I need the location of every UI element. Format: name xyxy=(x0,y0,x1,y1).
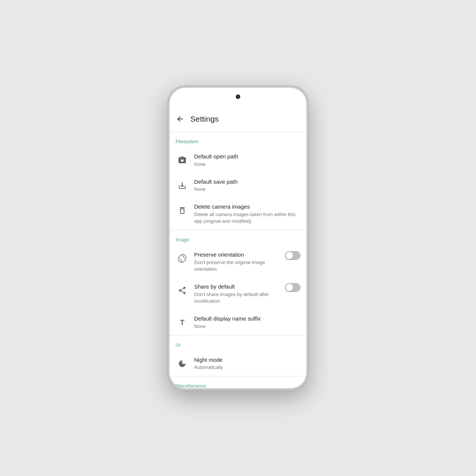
setting-open-path-title: Default open path xyxy=(194,153,300,160)
preserve-orientation-toggle-container xyxy=(285,251,300,260)
back-arrow-icon xyxy=(176,115,184,123)
section-image: Image xyxy=(170,230,306,246)
delete-camera-icon xyxy=(176,204,189,217)
section-filesystem: Filesystem xyxy=(170,132,306,148)
setting-open-path-subtitle: None xyxy=(194,161,300,168)
moon-icon xyxy=(176,357,189,370)
camera-cutout xyxy=(236,94,240,99)
setting-share-default-subtitle: Don't share images by default after modi… xyxy=(194,291,282,305)
text-icon: T xyxy=(176,316,189,329)
setting-share-default-title: Share by default xyxy=(194,283,282,290)
setting-delete-camera-subtitle: Delete all camera images taken from with… xyxy=(194,211,300,225)
section-miscellaneous: Miscellaneous xyxy=(170,376,306,388)
share-icon xyxy=(176,284,189,297)
setting-save-path-subtitle: None xyxy=(194,186,300,193)
setting-preserve-orientation-subtitle: Don't preserve the original image orient… xyxy=(194,259,282,273)
toggle-knob xyxy=(286,252,293,259)
section-image-label: Image xyxy=(176,237,189,242)
preserve-orientation-toggle[interactable] xyxy=(285,251,300,260)
setting-display-name-suffix-content: Default display name suffix None xyxy=(194,315,300,330)
setting-default-open-path[interactable]: Default open path None xyxy=(170,148,306,173)
section-filesystem-label: Filesystem xyxy=(176,139,199,144)
setting-delete-camera-images[interactable]: Delete camera images Delete all camera i… xyxy=(170,198,306,230)
setting-display-name-suffix[interactable]: T Default display name suffix None xyxy=(170,310,306,335)
setting-night-mode-subtitle: Automatically xyxy=(194,364,300,371)
setting-delete-camera-content: Delete camera images Delete all camera i… xyxy=(194,203,300,225)
rotate-icon xyxy=(176,252,189,265)
share-default-toggle-container xyxy=(285,283,300,292)
share-default-toggle[interactable] xyxy=(285,283,300,292)
image-folder-icon xyxy=(176,154,189,167)
settings-screen: Settings Filesystem Default open path No… xyxy=(170,106,306,388)
setting-delete-camera-title: Delete camera images xyxy=(194,203,300,210)
setting-night-mode-title: Night mode xyxy=(194,356,300,364)
setting-preserve-orientation-title: Preserve orientation xyxy=(194,251,282,258)
section-ui-label: UI xyxy=(176,342,180,348)
setting-save-path-content: Default save path None xyxy=(194,178,300,193)
setting-default-save-path[interactable]: Default save path None xyxy=(170,173,306,198)
setting-night-mode[interactable]: Night mode Automatically xyxy=(170,351,306,376)
phone-device: Settings Filesystem Default open path No… xyxy=(167,86,309,390)
setting-share-default-content: Share by default Don't share images by d… xyxy=(194,283,282,305)
setting-preserve-orientation[interactable]: Preserve orientation Don't preserve the … xyxy=(170,246,306,278)
phone-screen: Settings Filesystem Default open path No… xyxy=(170,88,306,388)
setting-preserve-orientation-content: Preserve orientation Don't preserve the … xyxy=(194,251,282,273)
setting-night-mode-content: Night mode Automatically xyxy=(194,356,300,371)
section-ui: UI xyxy=(170,335,306,351)
setting-display-name-suffix-title: Default display name suffix xyxy=(194,315,300,322)
setting-save-path-title: Default save path xyxy=(194,178,300,186)
settings-header: Settings xyxy=(170,106,306,132)
setting-open-path-content: Default open path None xyxy=(194,153,300,168)
back-button[interactable] xyxy=(173,112,187,126)
setting-display-name-suffix-subtitle: None xyxy=(194,323,300,330)
page-title: Settings xyxy=(190,115,219,123)
section-misc-label: Miscellaneous xyxy=(176,383,206,388)
save-folder-icon xyxy=(176,179,189,192)
toggle-knob xyxy=(286,284,293,291)
setting-share-by-default[interactable]: Share by default Don't share images by d… xyxy=(170,278,306,310)
